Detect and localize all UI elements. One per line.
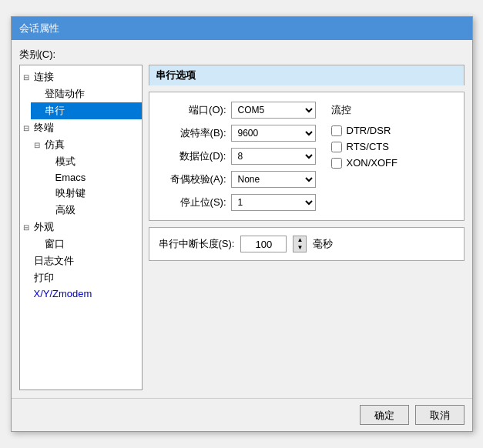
tree-item-window[interactable]: 窗口 [31,236,142,252]
tree-label-appearance: 外观 [34,220,54,234]
tree-label-mode: 模式 [55,155,75,169]
tree-panel: ⊟ 连接 登陆动作 串行 ⊟ 终端 ⊟ 仿真 [19,65,143,390]
flow-control: 流控 DTR/DSR RTS/CTS XON/XOFF [331,102,397,211]
tree-label-emulation: 仿真 [45,138,65,152]
tree-item-print[interactable]: 打印 [20,269,142,286]
category-label: 类别(C): [19,48,465,62]
tree-item-emulation[interactable]: ⊟ 仿真 [31,136,142,153]
rts-cts-checkbox[interactable] [331,142,342,152]
tree-label-advanced: 高级 [55,203,75,217]
parity-select[interactable]: None Odd Even Mark Space [231,171,316,188]
confirm-button[interactable]: 确定 [360,405,409,425]
baud-select[interactable]: 9600 1200 2400 4800 19200 38400 57600 11… [231,125,316,142]
tree-item-advanced[interactable]: 高级 [42,202,142,219]
stop-bits-row: 停止位(S): 1 1.5 2 [157,194,316,211]
dtr-dsr-label: DTR/DSR [347,125,391,136]
data-bits-label: 数据位(D): [157,149,226,163]
toggle-emulation: ⊟ [34,141,45,149]
parity-row: 奇偶校验(A): None Odd Even Mark Space [157,171,316,188]
tree-label-login-action: 登陆动作 [45,87,85,101]
tree-item-serial[interactable]: 串行 [31,102,142,119]
stop-bits-label: 停止位(S): [157,196,226,209]
tree-item-terminal[interactable]: ⊟ 终端 [20,119,142,136]
form-fields: 端口(O): COM5 COM1 COM2 COM3 COM4 波特率(B [157,102,316,211]
content-panel: 串行选项 端口(O): COM5 COM1 COM2 COM3 COM4 [149,65,465,390]
data-bits-select[interactable]: 8 5 6 7 [231,148,316,165]
dialog: 会话属性 类别(C): ⊟ 连接 登陆动作 串行 [11,16,473,432]
dialog-title: 会话属性 [19,22,59,35]
tree-item-mode[interactable]: 模式 [42,153,142,170]
toggle-connection: ⊟ [23,73,34,82]
break-label: 串行中断长度(S): [159,237,235,251]
tree-label-serial: 串行 [45,104,65,118]
flow-dtr-dsr: DTR/DSR [331,125,397,136]
baud-row: 波特率(B): 9600 1200 2400 4800 19200 38400 … [157,125,316,142]
stop-bits-select[interactable]: 1 1.5 2 [231,194,316,211]
flow-title: 流控 [331,103,397,117]
port-label: 端口(O): [157,103,226,117]
spinner-down[interactable]: ▼ [293,244,306,252]
break-input[interactable] [240,236,287,252]
tree-item-xyzmodem[interactable]: X/Y/Zmodem [20,286,142,301]
flow-rts-cts: RTS/CTS [331,141,397,152]
rts-cts-label: RTS/CTS [347,141,389,152]
tree-item-log-file[interactable]: 日志文件 [20,252,142,269]
break-section: 串行中断长度(S): ▲ ▼ 毫秒 [149,227,465,261]
xon-xoff-checkbox[interactable] [331,158,342,169]
dialog-titlebar: 会话属性 [12,17,472,40]
main-area: ⊟ 连接 登陆动作 串行 ⊟ 终端 ⊟ 仿真 [19,65,465,390]
tree-label-emacs: Emacs [55,172,86,183]
tree-item-emacs[interactable]: Emacs [42,170,142,185]
dialog-footer: 确定 取消 [12,398,472,431]
tree-label-terminal: 终端 [34,121,54,135]
tree-item-map-keys[interactable]: 映射键 [42,185,142,202]
tree-item-login-action[interactable]: 登陆动作 [31,85,142,102]
tree-label-print: 打印 [34,271,54,285]
port-row: 端口(O): COM5 COM1 COM2 COM3 COM4 [157,102,316,119]
xon-xoff-label: XON/XOFF [347,157,397,169]
spinner-up[interactable]: ▲ [293,236,306,244]
tree-label-map-keys: 映射键 [55,186,86,200]
section-title: 串行选项 [149,65,465,85]
dialog-body: 类别(C): ⊟ 连接 登陆动作 串行 ⊟ [12,40,472,398]
ms-label: 毫秒 [313,237,333,251]
tree-label-xyzmodem: X/Y/Zmodem [34,288,92,299]
port-select[interactable]: COM5 COM1 COM2 COM3 COM4 [231,102,316,119]
tree-item-connection[interactable]: ⊟ 连接 [20,69,142,85]
tree-item-appearance[interactable]: ⊟ 外观 [20,219,142,236]
tree-label-window: 窗口 [45,237,65,251]
break-spinner: ▲ ▼ [293,236,307,252]
toggle-terminal: ⊟ [23,124,34,132]
flow-xon-xoff: XON/XOFF [331,157,397,169]
tree-label-connection: 连接 [34,70,54,84]
toggle-appearance: ⊟ [23,223,34,232]
tree-label-log-file: 日志文件 [34,254,74,268]
parity-label: 奇偶校验(A): [157,172,226,186]
baud-label: 波特率(B): [157,126,226,140]
serial-section-content: 端口(O): COM5 COM1 COM2 COM3 COM4 波特率(B [149,92,465,221]
data-bits-row: 数据位(D): 8 5 6 7 [157,148,316,165]
dtr-dsr-checkbox[interactable] [331,125,342,136]
cancel-button[interactable]: 取消 [415,405,465,425]
